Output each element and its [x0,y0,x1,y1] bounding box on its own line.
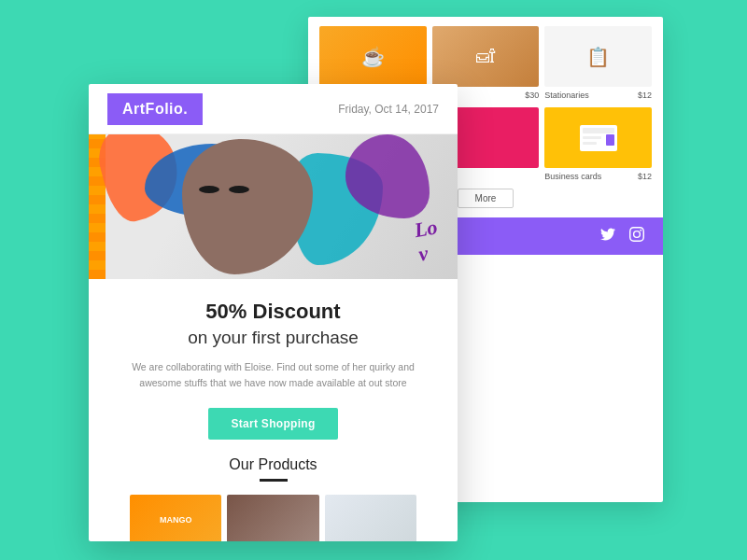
mini-product-mango: MANGO [130,495,221,541]
product-label-bizcard: Business cards $12 [544,172,652,181]
product-price-stat: $12 [638,91,652,100]
scene: ☕ Drink $40 🛋 Home $30 📋 St [0,0,747,560]
discount-bold: 50% Discount [205,300,340,323]
graffiti-art: Lov [89,134,458,279]
more-button[interactable]: More [458,189,514,208]
card-header: ArtFolio. Friday, Oct 14, 2017 [89,84,458,134]
our-products-title: Our Products [126,456,420,473]
graffiti-eye-right [229,186,249,193]
mini-products-grid: MANGO [126,495,420,541]
hero-image: Lov [89,134,458,279]
product-thumb-home: 🛋 [432,26,540,87]
graffiti-eye-left [199,186,219,193]
start-shopping-button[interactable]: Start Shopping [208,408,337,440]
mini-product-home [227,495,318,541]
svg-rect-3 [583,142,597,145]
product-thumb-bizcard [544,107,652,168]
front-card: ArtFolio. Friday, Oct 14, 2017 Lov 50% D… [89,84,458,541]
product-name-stat: Stationaries [544,91,589,100]
product-item-stat: 📋 Stationaries $12 [544,26,652,100]
logo: ArtFolio. [107,93,203,125]
product-name-bizcard: Business cards [544,172,601,181]
card-body: 50% Discount on your first purchase We a… [89,279,458,541]
product-thumb-stat: 📋 [544,26,652,87]
twitter-icon [600,228,615,245]
instagram-icon [629,227,644,245]
discount-heading: 50% Discount [126,300,420,324]
product-label-stat: Stationaries $12 [544,91,652,100]
product-item-bizcard: Business cards $12 [544,107,652,181]
product-price-home: $30 [525,91,539,100]
header-date: Friday, Oct 14, 2017 [338,103,439,116]
discount-subheading: on your first purchase [126,328,420,348]
title-underline [260,479,288,482]
svg-rect-4 [606,134,614,146]
mini-product-stationery [325,495,416,541]
product-price-bizcard: $12 [638,172,652,181]
svg-rect-1 [583,128,614,133]
discount-description: We are collaborating with Eloise. Find o… [126,359,420,391]
product-thumb-drink: ☕ [319,26,427,87]
svg-rect-2 [583,136,601,139]
